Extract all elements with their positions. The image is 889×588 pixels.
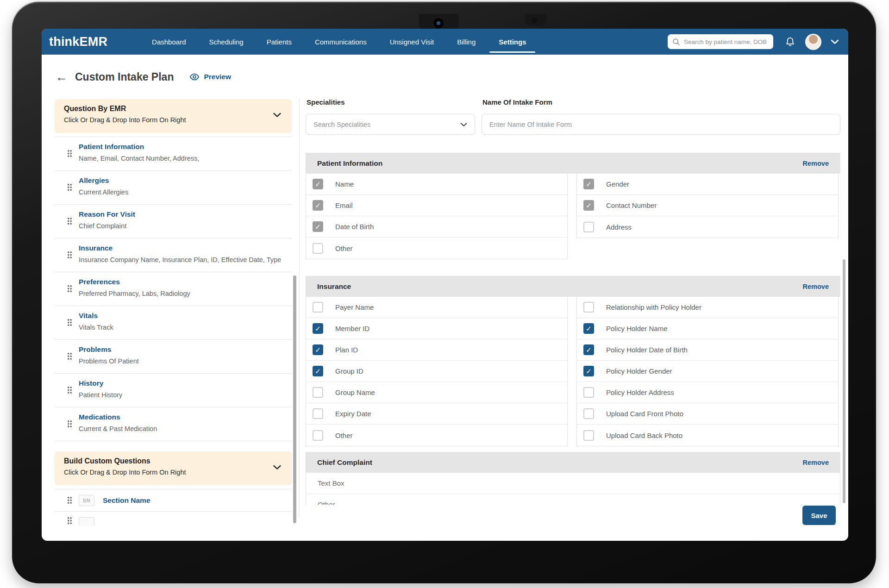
checkbox-policy-holder-gender[interactable]: ✓ (583, 366, 594, 376)
panel-divider (299, 98, 300, 517)
checkbox-email[interactable]: ✓ (313, 200, 323, 211)
checkbox-label: Email (335, 201, 353, 209)
checkbox-row: ✓Policy Holder Gender (577, 361, 838, 382)
nav-tab-scheduling[interactable]: Scheduling (209, 38, 243, 46)
account-chevron-down-icon[interactable] (831, 39, 839, 44)
emr-question-item-allergies[interactable]: AllergiesCurrent Allergies (55, 171, 292, 205)
remove-button[interactable]: Remove (803, 160, 829, 167)
section-title: Chief Complaint (317, 458, 372, 467)
question-type-badge (79, 517, 94, 526)
nav-tab-unsigned-visit[interactable]: Unsigned Visit (390, 38, 434, 46)
remove-button[interactable]: Remove (803, 459, 829, 466)
custom-question-item-partial[interactable] (55, 512, 292, 526)
checkbox-label: Upload Card Back Photo (606, 432, 682, 439)
user-avatar[interactable] (805, 34, 821, 50)
question-title: Section Name (103, 496, 150, 505)
checkbox-expiry-date[interactable] (313, 408, 323, 419)
checkbox-payer-name[interactable] (313, 302, 323, 313)
emr-question-item-problems[interactable]: ProblemsProblems Of Patient (55, 340, 292, 374)
drag-handle-icon[interactable] (67, 217, 72, 225)
build-custom-questions-card[interactable]: Build Custom Questions Click Or Drag & D… (55, 451, 292, 485)
section-header-insurance: InsuranceRemove (306, 276, 840, 297)
drag-handle-icon[interactable] (67, 496, 72, 504)
checkbox-policy-holder-date-of-birth[interactable]: ✓ (583, 344, 594, 355)
checkbox-group-id[interactable]: ✓ (313, 366, 323, 376)
checkbox-label: Policy Holder Date of Birth (606, 346, 688, 354)
emr-question-item-vitals[interactable]: VitalsVitals Track (55, 306, 292, 340)
drag-handle-icon[interactable] (67, 386, 72, 394)
emr-question-item-insurance[interactable]: InsuranceInsurance Company Name, Insuran… (55, 238, 292, 272)
checkbox-label: Expiry Date (335, 410, 371, 418)
emr-question-item-reason-for-visit[interactable]: Reason For VisitChief Complaint (55, 205, 292, 238)
checkbox-other[interactable] (313, 430, 323, 441)
nav-tab-billing[interactable]: Billing (457, 38, 476, 46)
drag-handle-icon[interactable] (67, 517, 72, 525)
checkbox-label: Plan ID (335, 346, 358, 354)
drag-handle-icon[interactable] (67, 420, 72, 428)
checkbox-row: Address (577, 216, 838, 238)
checkbox-label: Policy Holder Name (606, 325, 668, 332)
checkbox-name[interactable]: ✓ (313, 179, 323, 189)
drag-handle-icon[interactable] (67, 183, 72, 191)
checkbox-relationship-with-policy-holder[interactable] (583, 302, 594, 313)
drag-handle-icon[interactable] (67, 352, 72, 360)
intake-form-name-input[interactable] (489, 121, 833, 128)
question-text: VitalsVitals Track (79, 312, 287, 331)
top-navbar: thinkEMR DashboardSchedulingPatientsComm… (42, 29, 848, 55)
drag-handle-icon[interactable] (67, 150, 72, 157)
checkbox-member-id[interactable]: ✓ (313, 323, 323, 334)
emr-question-item-preferences[interactable]: PreferencesPreferred Pharmacy, Labs, Rad… (55, 272, 292, 306)
nav-tab-dashboard[interactable]: Dashboard (152, 38, 186, 46)
form-scrollbar[interactable] (843, 259, 845, 503)
checkbox-label: Policy Holder Address (606, 388, 674, 396)
question-by-emr-card[interactable]: Question By EMR Click Or Drag & Drop Int… (55, 99, 292, 133)
section-checkbox-grid: ✓Name✓Email✓Date of BirthOther✓Gender✓Co… (306, 174, 840, 259)
nav-tab-communications[interactable]: Communications (315, 38, 367, 46)
drag-handle-icon[interactable] (67, 285, 72, 293)
checkbox-upload-card-front-photo[interactable] (583, 408, 594, 419)
collapse-chevron-icon[interactable] (273, 463, 282, 472)
checkbox-row: Expiry Date (306, 403, 567, 425)
nav-tab-settings[interactable]: Settings (499, 38, 526, 46)
nav-tab-patients[interactable]: Patients (267, 38, 292, 46)
drag-handle-icon[interactable] (67, 319, 72, 326)
question-description: Vitals Track (79, 324, 287, 331)
card-subtitle: Click Or Drag & Drop Into Form On Right (64, 469, 283, 476)
checkbox-policy-holder-address[interactable] (583, 387, 594, 398)
search-input[interactable] (684, 38, 769, 45)
checkbox-contact-number[interactable]: ✓ (583, 200, 594, 211)
checkbox-date-of-birth[interactable]: ✓ (313, 221, 323, 232)
emr-question-item-patient-information[interactable]: Patient InformationName, Email, Contact … (55, 137, 292, 171)
save-button[interactable]: Save (802, 506, 836, 525)
section-rows: Text BoxOther (306, 473, 840, 505)
emr-question-item-medications[interactable]: MedicationsCurrent & Past Medication (55, 407, 292, 441)
section-header-chief-complaint: Chief ComplaintRemove (306, 452, 840, 473)
section-header-patient-information: Patient InformationRemove (306, 153, 840, 174)
sidebar-scrollbar[interactable] (293, 275, 296, 523)
checkbox-policy-holder-name[interactable]: ✓ (583, 323, 594, 334)
specialities-select[interactable]: Search Specialities (306, 114, 475, 135)
custom-question-item-section-name[interactable]: SNSection Name (55, 489, 292, 512)
field-row[interactable]: Other (306, 494, 840, 505)
question-description: Chief Complaint (79, 222, 287, 230)
notifications-bell-icon[interactable] (785, 37, 795, 47)
checkbox-row: ✓Plan ID (306, 339, 567, 361)
emr-question-item-history[interactable]: HistoryPatient History (55, 374, 292, 407)
checkbox-address[interactable] (583, 222, 594, 232)
field-row[interactable]: Text Box (306, 473, 840, 494)
drag-handle-icon[interactable] (67, 251, 72, 259)
checkbox-gender[interactable]: ✓ (583, 179, 594, 189)
collapse-chevron-icon[interactable] (273, 111, 282, 119)
back-arrow-icon[interactable]: ← (56, 71, 68, 83)
checkbox-plan-id[interactable]: ✓ (313, 344, 323, 355)
page-header: ← Custom Intake Plan Preview (56, 67, 231, 87)
global-search[interactable] (668, 34, 773, 49)
checkbox-group-name[interactable] (313, 387, 323, 398)
checkbox-upload-card-back-photo[interactable] (583, 430, 594, 441)
question-title: Patient Information (79, 143, 287, 151)
search-icon (672, 38, 680, 46)
preview-button[interactable]: Preview (189, 73, 231, 81)
checkbox-other[interactable] (313, 243, 323, 254)
remove-button[interactable]: Remove (803, 283, 829, 290)
specialities-placeholder: Search Specialities (313, 121, 370, 128)
